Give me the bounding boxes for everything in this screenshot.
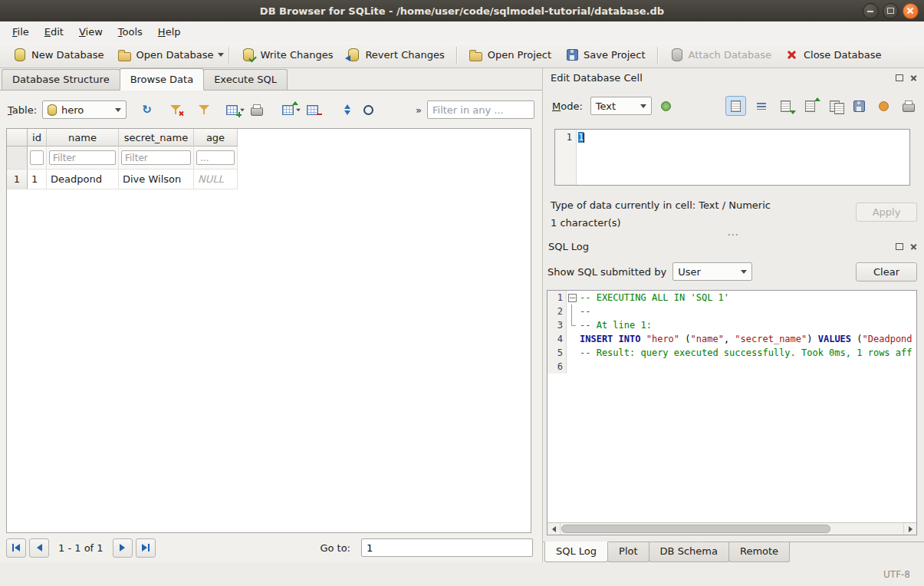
insert-record-button[interactable] [225,100,245,119]
open-database-dropdown-icon[interactable] [218,53,224,57]
row-number[interactable]: 1 [7,170,28,189]
delete-record-button[interactable] [303,100,322,119]
write-changes-button[interactable]: Write Changes [235,45,340,65]
dock-tab-plot[interactable]: Plot [607,542,649,562]
column-header-secret-name[interactable]: secret_name [119,129,194,146]
main-tabbar: Database Structure Browse Data Execute S… [0,67,542,90]
cell-id[interactable]: 1 [28,170,47,189]
column-header-age[interactable]: age [194,129,238,146]
print-icon [250,103,264,117]
print-cell-button[interactable] [899,97,918,115]
filter-input-secret-name[interactable] [121,150,191,165]
new-database-button[interactable]: New Database [6,45,111,65]
document-icon [731,100,741,112]
cell-age[interactable]: NULL [194,170,238,189]
table-combobox[interactable]: hero [42,100,127,119]
filter-input-age[interactable] [196,150,235,165]
scrollbar-track[interactable] [561,523,903,535]
tab-database-structure[interactable]: Database Structure [2,69,120,90]
revert-changes-button[interactable]: Revert Changes [340,45,451,65]
menu-view[interactable]: View [71,23,110,41]
cell-editor-content[interactable]: 1 [578,132,584,143]
dock-tab-db-schema[interactable]: DB Schema [649,542,729,562]
insert-record-dropdown-icon [240,108,245,111]
null-icon [879,101,889,111]
write-changes-label: Write Changes [260,49,333,61]
dock-splitter-handle[interactable]: ⋯ [543,232,924,238]
last-record-button[interactable] [136,538,156,558]
tab-execute-sql[interactable]: Execute SQL [203,69,288,90]
sql-log-editor[interactable]: 1-- EXECUTING ALL IN 'SQL 1'2--3-- At li… [547,290,917,535]
sql-log-source-combobox[interactable]: User [672,262,752,281]
find-in-table-button[interactable] [359,100,378,119]
tab-browse-data[interactable]: Browse Data [120,68,205,91]
save-project-button[interactable]: Save Project [558,45,653,65]
import-from-file-button[interactable] [776,97,795,115]
menu-tools[interactable]: Tools [110,23,150,41]
filter-input-id[interactable] [30,150,44,165]
edit-cell-float-button[interactable] [893,72,905,84]
filter-any-input[interactable] [427,100,534,119]
sql-log-line: 6 [547,360,916,374]
mode-combobox[interactable]: Text [590,97,652,115]
set-null-button[interactable] [874,97,893,115]
scroll-left-button[interactable] [547,523,561,535]
cell-name[interactable]: Deadpond [47,170,119,189]
sql-log-close-button[interactable] [908,241,919,252]
copy-cell-button[interactable] [825,97,844,115]
close-database-button[interactable]: Close Database [778,45,889,65]
goto-input[interactable] [361,538,533,557]
dock-tab-sql-log[interactable]: SQL Log [544,542,608,562]
minimize-button[interactable] [863,3,879,19]
sql-log-line: 1-- EXECUTING ALL IN 'SQL 1' [547,291,916,305]
first-record-button[interactable] [6,538,26,558]
edit-cell-close-button[interactable] [908,72,919,84]
close-window-button[interactable] [903,3,919,19]
mode-combobox-arrow-icon [640,104,646,108]
menu-edit[interactable]: Edit [37,23,71,41]
scrollbar-handle[interactable] [561,525,830,533]
close-database-label: Close Database [804,49,882,61]
table-icon [48,104,57,116]
scroll-right-button[interactable] [903,523,916,535]
auto-switch-mode-button[interactable] [656,97,676,115]
paste-cell-button[interactable] [850,97,869,115]
previous-record-button[interactable] [29,538,49,558]
fold-marker-icon[interactable] [567,291,577,305]
open-project-button[interactable]: Open Project [462,45,558,65]
goto-button[interactable]: Go to: [312,542,358,554]
export-record-button[interactable] [281,100,301,119]
sql-log-hscrollbar[interactable] [547,522,916,535]
clear-all-filters-button[interactable] [166,100,185,119]
sql-log-float-button[interactable] [893,241,905,252]
text-view-button[interactable] [725,96,746,116]
column-header-name[interactable]: name [47,129,119,146]
print-table-button[interactable] [247,100,266,119]
next-record-button[interactable] [113,538,133,558]
corner-header[interactable] [7,129,28,146]
refresh-button[interactable]: ↻ [137,100,156,119]
close-icon [910,243,917,250]
menu-file[interactable]: File [5,23,37,41]
scroll-right-icon [909,526,912,532]
save-filter-button[interactable] [194,100,213,119]
menu-help[interactable]: Help [150,23,189,41]
export-to-file-button[interactable] [801,97,820,115]
attach-database-icon [670,48,684,62]
cell-editor[interactable]: 1 1 [554,129,910,186]
clear-log-button[interactable]: Clear [856,262,917,281]
filter-input-name[interactable] [49,150,116,165]
maximize-button[interactable] [883,3,899,19]
toolbar-overflow-chevron[interactable]: » [413,104,425,116]
column-header-id[interactable]: id [28,129,47,146]
toolbar-separator [657,47,659,64]
export-record-icon [281,103,295,117]
record-range-text: 1 - 1 of 1 [52,542,110,554]
dock-tab-remote[interactable]: Remote [728,542,790,562]
filter-row-corner [7,146,28,170]
open-file-icon [779,99,793,113]
open-database-button[interactable]: Open Database [111,45,221,65]
sort-button[interactable] [337,100,357,119]
cell-secret-name[interactable]: Dive Wilson [119,170,194,189]
word-wrap-button[interactable] [751,97,771,115]
